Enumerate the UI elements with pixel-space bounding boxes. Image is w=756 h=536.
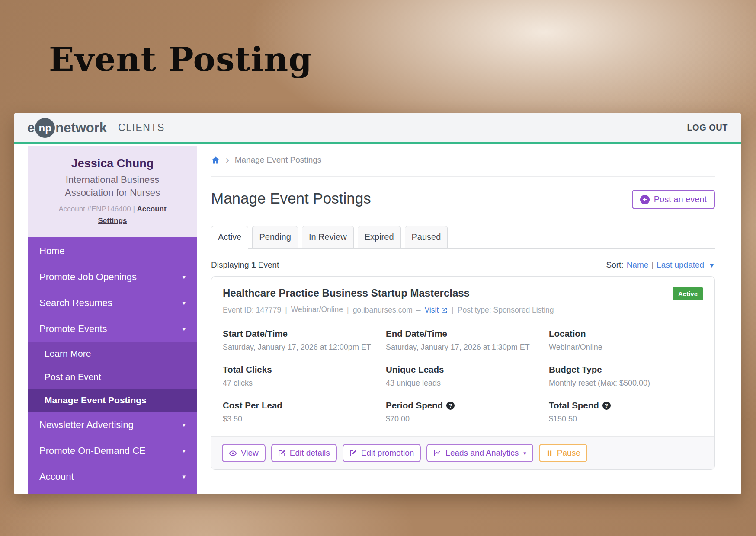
app-body: Jessica Chung International Business Ass… bbox=[14, 144, 741, 494]
event-card-top: Healthcare Practice Business Startup Mas… bbox=[223, 287, 703, 300]
sidebar-item-newsletter-advertising[interactable]: Newsletter Advertising ▾ bbox=[28, 412, 197, 438]
visit-label: Visit bbox=[425, 306, 439, 315]
pause-button[interactable]: Pause bbox=[539, 444, 587, 462]
help-icon[interactable]: ? bbox=[602, 402, 611, 410]
sort-by-name-link[interactable]: Name bbox=[627, 260, 649, 270]
slide-title: Event Posting bbox=[49, 40, 312, 79]
results-prefix: Displaying bbox=[211, 260, 249, 269]
results-suffix: Event bbox=[258, 260, 279, 269]
sidebar-item-contact-us[interactable]: Contact Us bbox=[28, 490, 197, 494]
profile-card: Jessica Chung International Business Ass… bbox=[28, 146, 197, 237]
profile-name: Jessica Chung bbox=[38, 157, 186, 170]
sidebar-item-learn-more[interactable]: Learn More bbox=[28, 342, 197, 365]
sidebar-item-label: Account bbox=[39, 471, 74, 482]
results-count: Displaying 1 Event bbox=[211, 260, 279, 270]
edit-icon bbox=[278, 449, 286, 457]
event-url: go.ibanurses.com bbox=[353, 306, 413, 315]
visit-link[interactable]: Visit bbox=[425, 306, 448, 315]
sidebar-item-label: Post an Event bbox=[45, 372, 101, 382]
sidebar-item-account[interactable]: Account ▾ bbox=[28, 464, 197, 490]
sort-separator: | bbox=[651, 260, 653, 270]
sidebar-item-promote-on-demand-ce[interactable]: Promote On-Demand CE ▾ bbox=[28, 438, 197, 464]
action-label: Leads and Analytics bbox=[445, 448, 519, 458]
field-value: $70.00 bbox=[386, 415, 540, 424]
leads-and-analytics-button[interactable]: Leads and Analytics ▾ bbox=[426, 444, 533, 462]
sort-by-last-updated-link[interactable]: Last updated bbox=[657, 260, 704, 270]
sidebar-item-promote-job-openings[interactable]: Promote Job Openings ▾ bbox=[28, 264, 197, 290]
sidebar-item-label: Learn More bbox=[45, 348, 91, 358]
field-unique-leads: Unique Leads 43 unique leads bbox=[386, 364, 540, 388]
app-header: e np network CLIENTS LOG OUT bbox=[14, 113, 741, 144]
chevron-down-icon: ▾ bbox=[523, 450, 526, 456]
action-label: Pause bbox=[557, 448, 580, 458]
field-value: 47 clicks bbox=[223, 379, 377, 388]
field-value: Saturday, January 17, 2026 at 1:30pm ET bbox=[386, 343, 540, 352]
logout-button[interactable]: LOG OUT bbox=[687, 123, 728, 133]
edit-icon bbox=[349, 449, 357, 457]
meta-separator: | bbox=[347, 306, 349, 315]
profile-organization: International Business Association for N… bbox=[48, 173, 177, 199]
home-icon[interactable] bbox=[211, 156, 220, 165]
help-icon[interactable]: ? bbox=[446, 402, 455, 410]
field-total-spend: Total Spend ? $150.50 bbox=[549, 400, 703, 424]
sidebar-item-post-an-event[interactable]: Post an Event bbox=[28, 365, 197, 389]
view-button[interactable]: View bbox=[222, 444, 266, 462]
action-label: Edit promotion bbox=[361, 448, 414, 458]
post-an-event-button[interactable]: + Post an event bbox=[632, 190, 715, 209]
logo-text-prefix: e bbox=[27, 120, 35, 136]
field-label: Unique Leads bbox=[386, 364, 444, 375]
chevron-down-icon: ▾ bbox=[182, 299, 186, 307]
main-content: › Manage Event Postings Manage Event Pos… bbox=[197, 144, 741, 494]
meta-separator: | bbox=[452, 306, 454, 315]
sort-direction-icon[interactable]: ▼ bbox=[708, 262, 715, 269]
sidebar-item-label: Promote On-Demand CE bbox=[39, 445, 146, 456]
sidebar-item-label: Manage Event Postings bbox=[45, 395, 147, 405]
edit-promotion-button[interactable]: Edit promotion bbox=[343, 444, 421, 462]
field-label: Start Date/Time bbox=[223, 329, 288, 339]
field-label: Total Spend bbox=[549, 400, 599, 411]
sidebar: Jessica Chung International Business Ass… bbox=[28, 144, 197, 494]
chevron-down-icon: ▾ bbox=[182, 421, 186, 429]
chevron-down-icon: ▾ bbox=[182, 447, 186, 455]
event-mode-link[interactable]: Webinar/Online bbox=[291, 305, 343, 315]
pause-icon bbox=[546, 450, 553, 457]
enp-network-logo[interactable]: e np network CLIENTS bbox=[27, 118, 165, 138]
field-label: Cost Per Lead bbox=[223, 400, 282, 411]
logo-text-suffix: network bbox=[55, 120, 107, 136]
sidebar-menu: Home Promote Job Openings ▾ Search Resum… bbox=[28, 237, 197, 494]
sidebar-item-home[interactable]: Home bbox=[28, 237, 197, 264]
sidebar-item-label: Newsletter Advertising bbox=[39, 419, 134, 431]
results-row: Displaying 1 Event Sort: Name | Last upd… bbox=[211, 260, 715, 270]
event-stats-grid: Start Date/Time Saturday, January 17, 20… bbox=[223, 329, 703, 424]
logo-np-circle-icon: np bbox=[35, 118, 55, 138]
sidebar-item-label: Promote Events bbox=[39, 323, 107, 335]
sidebar-item-manage-event-postings[interactable]: Manage Event Postings bbox=[28, 389, 197, 412]
profile-account-line: Account #ENP146400 | Account Settings bbox=[54, 204, 170, 227]
logo-divider bbox=[112, 121, 112, 134]
sort-controls: Sort: Name | Last updated ▼ bbox=[606, 260, 715, 270]
meta-separator: | bbox=[285, 306, 287, 315]
promote-events-submenu: Learn More Post an Event Manage Event Po… bbox=[28, 342, 197, 412]
event-title: Healthcare Practice Business Startup Mas… bbox=[223, 287, 470, 299]
tab-in-review[interactable]: In Review bbox=[302, 226, 354, 249]
tab-pending[interactable]: Pending bbox=[252, 226, 298, 249]
edit-details-button[interactable]: Edit details bbox=[271, 444, 337, 462]
event-actions: View Edit details Edit promotion Le bbox=[211, 436, 714, 469]
field-total-clicks: Total Clicks 47 clicks bbox=[223, 364, 377, 388]
account-separator: | bbox=[133, 205, 135, 213]
field-label: End Date/Time bbox=[386, 329, 447, 339]
field-value: 43 unique leads bbox=[386, 379, 540, 388]
tab-paused[interactable]: Paused bbox=[405, 226, 448, 249]
meta-dash: – bbox=[416, 306, 421, 315]
sidebar-item-promote-events[interactable]: Promote Events ▾ bbox=[28, 316, 197, 342]
field-location: Location Webinar/Online bbox=[549, 329, 703, 352]
tab-expired[interactable]: Expired bbox=[358, 226, 401, 249]
sidebar-item-search-resumes[interactable]: Search Resumes ▾ bbox=[28, 290, 197, 316]
results-number: 1 bbox=[251, 260, 256, 269]
tab-active[interactable]: Active bbox=[211, 226, 248, 249]
field-value: $3.50 bbox=[223, 415, 377, 424]
status-badge: Active bbox=[673, 287, 703, 300]
action-label: View bbox=[241, 448, 259, 458]
chevron-down-icon: ▾ bbox=[182, 325, 186, 333]
field-period-spend: Period Spend ? $70.00 bbox=[386, 400, 540, 424]
